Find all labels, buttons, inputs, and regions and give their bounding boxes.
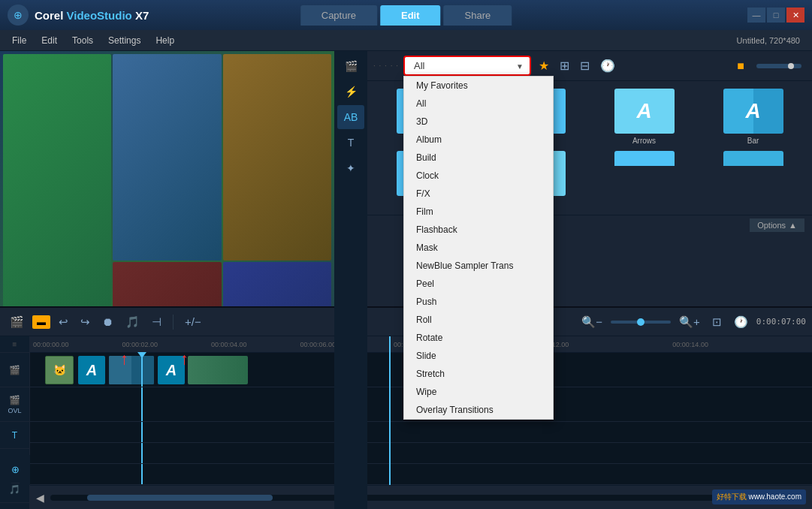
tab-edit[interactable]: Edit — [380, 5, 441, 26]
dropdown-item-newblue[interactable]: NewBlue Sampler Trans — [404, 257, 553, 275]
clock-icon-btn[interactable]: 🕐 — [597, 57, 618, 74]
tl-right-controls: 🔍− 🔍+ ⊡ 🕐 0:00:07:00 — [578, 314, 806, 330]
timeline-scroll-left[interactable]: ◀ — [36, 492, 44, 504]
sidebar-icon-graphics[interactable]: ✦ — [337, 156, 364, 180]
tl-split-button[interactable]: ⊣ — [148, 314, 165, 330]
transition-item-6[interactable] — [593, 151, 696, 207]
music-track-right — [391, 464, 812, 485]
tl-track-button[interactable]: ▬ — [32, 315, 50, 329]
grid-button[interactable]: ⊟ — [577, 57, 593, 74]
ruler-spacer: ≡ — [0, 336, 29, 353]
project-title: Untitled, 720*480 — [737, 36, 800, 45]
options-button[interactable]: Options ▲ — [750, 218, 804, 232]
dropdown-item-3d[interactable]: 3D — [404, 113, 553, 131]
transition-thumb-3: A — [723, 89, 783, 134]
tl-clock-button[interactable]: 🕐 — [730, 314, 752, 330]
color-button[interactable]: ■ — [734, 58, 747, 74]
track-icon-overlay[interactable]: 🎬 OVL — [0, 387, 29, 422]
sidebar-icon-titles[interactable]: T — [337, 131, 364, 155]
track-icon-title[interactable]: T — [0, 422, 29, 449]
dropdown-item-build[interactable]: Build — [404, 149, 553, 167]
dropdown-item-peel[interactable]: Peel — [404, 275, 553, 293]
ruler-mark-0: 00:00:00.00 — [30, 341, 122, 348]
title-track-right — [391, 422, 812, 443]
playhead-title — [141, 422, 143, 442]
playhead-line — [141, 353, 143, 387]
dropdown-item-clock[interactable]: Clock — [404, 167, 553, 185]
tl-record-button[interactable]: ⏺ — [98, 314, 117, 330]
dropdown-item-rotate[interactable]: Rotate — [404, 329, 553, 347]
watermark: 好特下载 www.haote.com — [712, 489, 806, 504]
sidebar-icon-instant[interactable]: ⚡ — [337, 80, 364, 104]
menu-items: File Edit Tools Settings Help — [6, 34, 180, 47]
ruler-mark-right-2: 00:00:14.00 — [672, 341, 812, 348]
tl-audio-button[interactable]: 🎵 — [122, 314, 143, 330]
dropdown-item-album[interactable]: Album — [404, 131, 553, 149]
dropdown-item-film[interactable]: Film — [404, 203, 553, 221]
tl-zoom-out-button[interactable]: 🔍− — [578, 314, 606, 330]
dropdown-item-wipe[interactable]: Wipe — [404, 383, 553, 401]
tl-fit-button[interactable]: ⊡ — [708, 314, 726, 330]
dropdown-item-flashback[interactable]: Flashback — [404, 221, 553, 239]
tl-undo-button[interactable]: ↩ — [55, 314, 72, 330]
tl-zoom-thumb — [637, 318, 644, 326]
transition-item-3[interactable]: A Bar — [702, 89, 804, 145]
menu-tools[interactable]: Tools — [66, 34, 99, 47]
minimize-button[interactable]: — — [747, 8, 765, 23]
dropdown-item-slide[interactable]: Slide — [404, 347, 553, 365]
maximize-button[interactable]: □ — [767, 8, 785, 23]
menu-file[interactable]: File — [6, 34, 32, 47]
ruler-mark-2: 00:00:04.00 — [211, 341, 300, 348]
transition-label-3: Bar — [747, 137, 759, 145]
clip-animal[interactable]: 🐱 — [45, 356, 74, 384]
transition-label-2: Arrows — [632, 137, 656, 145]
transitions-dropdown[interactable]: All — [403, 56, 531, 76]
clip-scene-1[interactable] — [109, 356, 154, 384]
dropdown-item-all[interactable]: All — [404, 95, 553, 113]
sidebar-icon-media[interactable]: 🎬 — [337, 54, 364, 78]
tl-zoom-in-button[interactable]: 🔍+ — [675, 314, 704, 330]
dropdown-item-push[interactable]: Push — [404, 293, 553, 311]
bottom-left-sidebar: ⊕ — [0, 455, 30, 485]
tl-plus-minus[interactable]: +/− — [181, 314, 205, 330]
tl-redo-button[interactable]: ↪ — [77, 314, 94, 330]
playhead-voice — [141, 443, 143, 463]
window-controls: — □ ✕ — [747, 8, 804, 23]
storyboard-button[interactable]: ⊞ — [557, 57, 572, 74]
track-icon-video[interactable]: 🎬 — [0, 353, 29, 387]
ruler-mark-1: 00:00:02.00 — [122, 341, 212, 348]
preview-tile-1 — [113, 54, 221, 261]
close-button[interactable]: ✕ — [786, 8, 804, 23]
title-bar: ⊕ Corel VideoStudio X7 Capture Edit Shar… — [0, 0, 812, 30]
dropdown-item-mask[interactable]: Mask — [404, 239, 553, 257]
menu-help[interactable]: Help — [149, 34, 180, 47]
chevron-up-icon: ▲ — [789, 221, 797, 230]
tab-share[interactable]: Share — [444, 5, 512, 26]
tl-film-button[interactable]: 🎬 — [6, 314, 28, 330]
transition-item-7[interactable] — [702, 151, 804, 207]
sidebar-icon-transitions[interactable]: AB — [337, 105, 364, 129]
tl-time-display: 0:00:07:00 — [756, 317, 806, 327]
dropdown-item-roll[interactable]: Roll — [404, 311, 553, 329]
dropdown-item-favorites[interactable]: My Favorites — [404, 77, 553, 95]
preview-tile-3 — [223, 54, 331, 261]
menu-bar: File Edit Tools Settings Help Untitled, … — [0, 30, 812, 51]
clip-a-1[interactable]: A — [78, 356, 105, 384]
menu-settings[interactable]: Settings — [102, 34, 146, 47]
dropdown-item-stretch[interactable]: Stretch — [404, 365, 553, 383]
transition-item-2[interactable]: A Arrows — [593, 89, 696, 145]
clip-scene-2[interactable] — [188, 356, 248, 384]
bls-add-button[interactable]: ⊕ — [11, 456, 20, 483]
tl-separator — [173, 315, 174, 330]
menu-edit[interactable]: Edit — [35, 34, 63, 47]
main-tabs: Capture Edit Share — [300, 5, 512, 26]
dropdown-item-fx[interactable]: F/X — [404, 185, 553, 203]
dropdown-item-overlay[interactable]: Overlay Transitions — [404, 401, 553, 419]
tab-capture[interactable]: Capture — [300, 5, 377, 26]
timeline-scrollbar[interactable] — [50, 495, 792, 501]
favorites-button[interactable]: ★ — [536, 57, 552, 74]
tl-zoom-slider[interactable] — [611, 321, 671, 324]
timeline-scrollbar-thumb[interactable] — [87, 495, 273, 501]
options-label: Options — [757, 221, 786, 230]
red-arrow-1: ↓ — [120, 351, 128, 371]
